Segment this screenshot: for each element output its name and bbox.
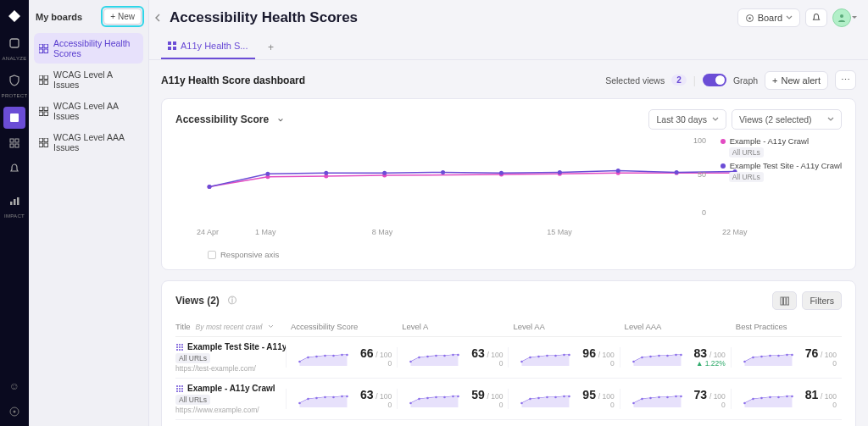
notifications-button[interactable] (805, 8, 827, 27)
columns-button[interactable] (772, 291, 797, 310)
nav-boards[interactable] (3, 107, 25, 129)
col-best-practices[interactable]: Best Practices (731, 322, 842, 331)
dashboard-title: A11y Health Score dashboard (161, 75, 305, 86)
svg-point-56 (176, 344, 178, 346)
nav-alerts[interactable] (3, 158, 25, 180)
user-menu[interactable] (832, 8, 856, 27)
nav-impact[interactable] (3, 190, 25, 212)
metric-cell: 73 / 1000 (620, 389, 731, 410)
svg-point-70 (341, 354, 343, 357)
svg-point-50 (616, 169, 620, 173)
x-tick: 15 May (547, 228, 572, 236)
nav-analyze[interactable] (3, 32, 25, 54)
svg-rect-6 (10, 202, 13, 205)
metric-cell: 76 / 1000 (731, 347, 842, 368)
graph-toggle[interactable] (703, 74, 726, 86)
svg-point-120 (443, 396, 446, 399)
graph-label: Graph (733, 75, 758, 86)
svg-point-82 (547, 355, 549, 357)
collapse-sidebar-icon[interactable] (153, 12, 164, 24)
svg-point-137 (743, 402, 746, 405)
sparkline (626, 349, 689, 366)
svg-rect-11 (39, 44, 43, 48)
filters-button[interactable]: Filters (802, 291, 842, 310)
sparkline (626, 390, 689, 407)
sidebar-item-board[interactable]: Accessibility Health Scores (34, 33, 143, 64)
chevron-down-icon[interactable] (277, 116, 284, 123)
svg-rect-8 (17, 197, 19, 205)
svg-point-79 (521, 361, 524, 363)
add-tab-button[interactable]: + (262, 38, 281, 57)
table-row[interactable]: Example - A11y CrawlAll URLshttps://www.… (175, 379, 842, 420)
svg-point-68 (324, 355, 326, 357)
col-access[interactable]: Accessibility Score (286, 322, 397, 331)
table-row[interactable]: Example Test Site - A11y Cr...All URLsht… (175, 337, 842, 379)
svg-rect-1 (10, 113, 19, 122)
svg-point-45 (324, 171, 328, 175)
pagination: Rows per page: 10 (175, 420, 842, 426)
y-tick-0: 0 (702, 208, 706, 217)
x-tick: 8 May (372, 228, 393, 236)
svg-point-139 (760, 397, 763, 400)
svg-point-76 (443, 355, 446, 357)
svg-point-104 (179, 388, 181, 390)
page-title: Accessibility Health Scores (170, 9, 358, 26)
legend-item[interactable]: Example - A11y Crawl (721, 136, 842, 146)
svg-point-132 (649, 397, 652, 400)
svg-point-105 (181, 388, 183, 390)
svg-point-118 (426, 397, 429, 400)
nav-help[interactable]: ☺ (7, 379, 22, 394)
drag-icon[interactable] (175, 385, 184, 393)
chevron-down-icon[interactable] (268, 324, 275, 330)
svg-point-66 (307, 357, 309, 359)
responsive-axis-checkbox[interactable] (208, 251, 216, 259)
drag-icon[interactable] (175, 343, 184, 351)
svg-point-72 (409, 361, 412, 363)
board-view-button[interactable]: Board (737, 8, 800, 27)
boards-sidebar: My boards + New Accessibility Health Sco… (29, 0, 149, 426)
sidebar-item-board[interactable]: WCAG Level A Issues (34, 64, 143, 95)
col-title[interactable]: Title (175, 322, 191, 331)
metric-cell: 96 / 1000 (508, 347, 619, 368)
new-alert-button[interactable]: +New alert (765, 71, 828, 90)
new-board-button[interactable]: + New (103, 8, 142, 25)
plus-icon: + (772, 75, 777, 86)
selected-views-label: Selected views (605, 75, 665, 86)
svg-point-109 (298, 402, 301, 405)
svg-point-113 (332, 396, 335, 399)
selected-views-count: 2 (671, 75, 687, 86)
tab-health-score[interactable]: A11y Health S... (161, 36, 255, 59)
svg-point-129 (569, 396, 571, 398)
y-tick-100: 100 (693, 136, 706, 145)
sidebar-item-board[interactable]: WCAG Level AAA Issues (34, 127, 143, 158)
nav-settings[interactable] (7, 404, 22, 419)
sort-label[interactable]: By most recent crawl (196, 323, 263, 331)
more-menu-button[interactable]: ⋯ (835, 70, 856, 90)
date-range-select[interactable]: Last 30 days (648, 109, 726, 130)
svg-point-58 (181, 344, 183, 346)
nav-protect[interactable] (3, 69, 25, 91)
info-icon[interactable]: ⓘ (228, 295, 236, 307)
board-label: WCAG Level AAA Issues (53, 132, 138, 152)
legend-item[interactable]: Example Test Site - A11y Crawl (721, 161, 842, 170)
sparkline (403, 390, 466, 407)
nav-grid[interactable] (3, 132, 25, 154)
col-level-a[interactable]: Level A (397, 322, 508, 331)
svg-point-28 (748, 17, 751, 19)
metric-cell: 66 / 1000 (286, 347, 397, 368)
nav-label-protect: PROTECT (2, 93, 28, 98)
svg-point-95 (760, 356, 763, 358)
chart-card: Accessibility Score Last 30 days Views (… (161, 98, 856, 270)
col-level-aa[interactable]: Level AA (508, 322, 619, 331)
board-icon (39, 138, 48, 147)
svg-rect-7 (14, 199, 16, 205)
sparkline (403, 349, 466, 366)
views-select[interactable]: Views (2 selected) (732, 109, 842, 130)
svg-point-85 (569, 354, 571, 357)
sparkline (737, 349, 800, 366)
main-content: Accessibility Health Scores Board A11y H… (149, 0, 868, 426)
svg-point-44 (265, 172, 270, 176)
svg-point-143 (791, 396, 793, 398)
col-level-aaa[interactable]: Level AAA (620, 322, 731, 331)
sidebar-item-board[interactable]: WCAG Level AA Issues (34, 96, 143, 126)
